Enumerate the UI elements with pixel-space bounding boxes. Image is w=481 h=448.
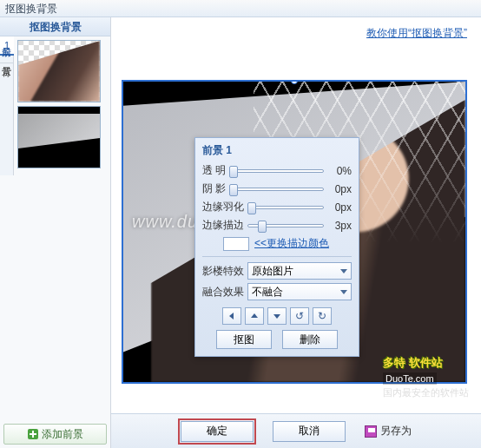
opacity-value: 0%	[327, 165, 352, 177]
vtab-background[interactable]: 背景	[0, 56, 14, 63]
plus-icon	[28, 429, 38, 439]
nudge-left-button[interactable]	[222, 307, 241, 325]
stroke-value: 3px	[327, 220, 352, 232]
studio-select-value: 原始图片	[252, 264, 293, 279]
stroke-color-swatch[interactable]	[223, 237, 249, 251]
blend-select[interactable]: 不融合	[247, 283, 352, 300]
footer: 确定 取消 另存为	[111, 413, 481, 448]
opacity-label: 透 明	[202, 163, 226, 178]
window-title: 抠图换背景	[0, 0, 481, 17]
vertical-tabs: 前景1 背景	[0, 36, 14, 175]
shadow-value: 0px	[327, 183, 352, 195]
blend-label: 融合效果	[202, 285, 244, 300]
feather-value: 0px	[327, 201, 352, 214]
blend-select-value: 不融合	[252, 285, 283, 300]
chevron-down-icon	[340, 290, 347, 294]
feather-label: 边缘羽化	[202, 200, 244, 214]
feather-slider[interactable]	[247, 202, 324, 213]
stroke-label: 边缘描边	[202, 218, 244, 233]
chevron-down-icon	[340, 269, 347, 273]
svg-marker-1	[251, 313, 258, 318]
arrow-down-icon	[273, 312, 281, 320]
rotate-cw-button[interactable]: ↻	[313, 307, 332, 325]
logo-line3: 国内最安全的软件站	[383, 386, 469, 399]
shadow-slider[interactable]	[229, 184, 324, 194]
main-area: 抠图换背景 前景1 背景 添加前景 教你使用“抠图换背景”	[0, 17, 481, 448]
cancel-button[interactable]: 取消	[273, 421, 346, 442]
save-as-label: 另存为	[380, 424, 412, 438]
add-foreground-label: 添加前景	[42, 427, 83, 442]
arrow-left-icon	[227, 312, 236, 320]
logo-line2: DuoTe.com	[383, 372, 437, 385]
stroke-slider[interactable]	[247, 221, 324, 231]
thumbnail-list	[14, 36, 110, 175]
shadow-label: 阴 影	[202, 181, 226, 196]
sidebar-tab[interactable]: 抠图换背景	[0, 17, 110, 36]
opacity-slider[interactable]	[229, 166, 324, 176]
sidebar: 抠图换背景 前景1 背景 添加前景	[0, 17, 111, 448]
divider	[202, 256, 352, 257]
thumbnail-background[interactable]	[17, 106, 101, 168]
logo-line1: 多特 软件站	[383, 355, 469, 371]
save-as-button[interactable]: 另存为	[365, 424, 412, 438]
save-icon	[365, 425, 377, 438]
rotate-cw-icon: ↻	[318, 310, 326, 322]
change-stroke-color-link[interactable]: <<更换描边颜色	[254, 236, 329, 251]
content-area: 教你使用“抠图换背景” www.duote.com 前景 1 透 明 0% 阴 …	[111, 17, 481, 448]
rotate-ccw-icon: ↺	[295, 310, 304, 322]
delete-button[interactable]: 删除	[282, 330, 338, 349]
arrow-up-icon	[250, 312, 259, 320]
thumbnail-foreground[interactable]	[17, 40, 101, 102]
logo: 多特 软件站 DuoTe.com 国内最安全的软件站	[383, 355, 469, 399]
ok-button[interactable]: 确定	[181, 421, 254, 442]
rotate-ccw-button[interactable]: ↺	[290, 307, 309, 325]
properties-panel: 前景 1 透 明 0% 阴 影 0px 边缘羽化 0px 边缘描边 3px	[194, 137, 359, 357]
svg-marker-0	[229, 313, 234, 320]
panel-title: 前景 1	[202, 143, 352, 158]
nudge-down-button[interactable]	[267, 307, 287, 325]
cutout-button[interactable]: 抠图	[216, 330, 272, 349]
svg-marker-2	[273, 314, 280, 319]
add-foreground-button[interactable]: 添加前景	[3, 424, 107, 445]
studio-select[interactable]: 原始图片	[247, 262, 352, 280]
help-link[interactable]: 教你使用“抠图换背景”	[366, 26, 467, 41]
nudge-up-button[interactable]	[245, 307, 264, 325]
studio-label: 影楼特效	[202, 264, 244, 279]
vtab-foreground[interactable]: 前景1	[0, 36, 14, 56]
